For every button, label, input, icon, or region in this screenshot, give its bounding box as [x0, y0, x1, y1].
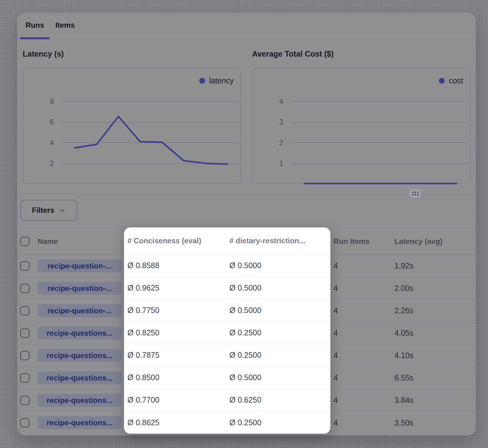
- spotlight-row: Ø 0.7700Ø 0.6250: [124, 389, 330, 411]
- spotlight-cell-conciseness: Ø 0.7750: [127, 299, 159, 321]
- cost-legend-label: cost: [449, 76, 463, 85]
- drag-handle[interactable]: [410, 189, 421, 198]
- spotlight-body: Ø 0.8588Ø 0.5000Ø 0.9625Ø 0.5000Ø 0.7750…: [124, 254, 330, 434]
- spotlight-cell-dietary: Ø 0.2500: [229, 411, 261, 434]
- tab-bar: Runs Items: [17, 13, 476, 40]
- svg-text:6: 6: [50, 118, 54, 126]
- row-checkbox-cell: [20, 322, 30, 344]
- tab-runs-label: Runs: [25, 21, 44, 30]
- spotlight-cell-dietary: Ø 0.5000: [229, 299, 261, 321]
- cell-run-items: 4: [334, 300, 338, 322]
- latency-legend-label: latency: [209, 76, 234, 85]
- row-checkbox[interactable]: [20, 373, 30, 383]
- run-name-pill[interactable]: recipe-questions...: [38, 416, 122, 429]
- run-name-pill[interactable]: recipe-questions...: [38, 371, 122, 385]
- select-all-checkbox[interactable]: [20, 237, 30, 246]
- latency-chart-svg: 2468: [23, 69, 241, 183]
- row-checkbox-cell: [20, 412, 30, 434]
- column-header-latency: Latency (avg): [394, 228, 443, 254]
- cell-run-items: 4: [334, 255, 338, 277]
- cell-latency: 2.00s: [394, 277, 413, 299]
- spotlight-row: Ø 0.8500Ø 0.5000: [124, 366, 330, 389]
- column-header-name: Name: [38, 228, 122, 254]
- spotlight-cell-conciseness: Ø 0.9625: [127, 277, 159, 299]
- spotlight-row: Ø 0.8625Ø 0.2500: [124, 411, 330, 434]
- run-name-pill[interactable]: recipe-question-...: [38, 259, 122, 273]
- run-name-pill[interactable]: recipe-questions...: [38, 394, 122, 407]
- cell-run-items: 4: [334, 277, 338, 299]
- cost-legend-dot-icon: [439, 78, 445, 84]
- spotlight-cell-dietary: Ø 0.5000: [229, 366, 261, 389]
- grip-dots-icon: [412, 191, 419, 196]
- cell-latency: 3.84s: [394, 389, 413, 411]
- spotlight-cell-dietary: Ø 0.6250: [229, 389, 261, 411]
- spotlight-row: Ø 0.7875Ø 0.2500: [124, 344, 330, 366]
- app-background: Runs Items Latency (s) Average Total Cos…: [0, 0, 488, 448]
- cost-chart-card: 1234 cost: [252, 68, 471, 184]
- row-checkbox-cell: [20, 389, 30, 411]
- cell-latency: 3.50s: [394, 412, 413, 434]
- row-checkbox[interactable]: [20, 284, 30, 293]
- tab-items-label: Items: [55, 21, 75, 30]
- run-name-cell: recipe-questions...: [38, 367, 122, 389]
- tab-runs[interactable]: Runs: [20, 13, 49, 39]
- cell-run-items: 4: [334, 412, 338, 434]
- cost-chart-legend: cost: [439, 76, 463, 85]
- svg-text:2: 2: [50, 159, 54, 167]
- spotlight-cell-conciseness: Ø 0.8250: [127, 322, 159, 344]
- spotlight-row: Ø 0.7750Ø 0.5000: [124, 299, 330, 322]
- spotlight-row: Ø 0.8250Ø 0.2500: [124, 322, 330, 344]
- chevron-down-icon: [58, 206, 66, 214]
- run-name-pill[interactable]: recipe-questions...: [38, 327, 122, 340]
- run-name-pill[interactable]: recipe-question-...: [38, 304, 122, 317]
- row-checkbox[interactable]: [20, 329, 30, 338]
- row-checkbox[interactable]: [20, 396, 30, 405]
- svg-text:2: 2: [279, 139, 283, 147]
- svg-text:4: 4: [50, 139, 54, 147]
- spotlight-row: Ø 0.9625Ø 0.5000: [124, 277, 330, 299]
- cell-latency: 6.55s: [394, 367, 413, 389]
- cell-latency: 1.92s: [394, 255, 413, 277]
- row-checkbox-cell: [20, 277, 30, 299]
- spotlight-panel: # Conciseness (eval) # dietary-restricti…: [124, 227, 330, 434]
- cell-latency: 2.26s: [394, 300, 413, 322]
- run-name-cell: recipe-questions...: [38, 322, 122, 344]
- run-name-cell: recipe-question-...: [38, 255, 122, 277]
- cost-chart-title: Average Total Cost ($): [252, 49, 334, 58]
- run-name-cell: recipe-questions...: [38, 344, 122, 366]
- spotlight-cell-conciseness: Ø 0.7875: [127, 344, 159, 366]
- charts-table-divider: [17, 194, 476, 194]
- cell-run-items: 4: [334, 389, 338, 411]
- latency-chart-card: 2468 latency: [23, 68, 241, 184]
- row-checkbox[interactable]: [20, 261, 30, 271]
- tab-items[interactable]: Items: [50, 13, 80, 39]
- spotlight-column-header-dietary: # dietary-restriction...: [229, 227, 305, 254]
- filters-label: Filters: [32, 206, 54, 215]
- run-name-pill[interactable]: recipe-question-...: [38, 282, 122, 295]
- cost-chart-svg: 1234: [253, 69, 470, 183]
- row-checkbox-cell: [20, 300, 30, 322]
- filters-button[interactable]: Filters: [21, 200, 77, 221]
- row-checkbox[interactable]: [20, 418, 30, 427]
- column-header-run-items: Run Items: [334, 228, 370, 254]
- run-name-cell: recipe-questions...: [38, 412, 122, 434]
- spotlight-cell-conciseness: Ø 0.7700: [127, 389, 159, 411]
- latency-chart-legend: latency: [199, 76, 234, 85]
- cell-latency: 4.05s: [394, 322, 413, 344]
- spotlight-cell-dietary: Ø 0.5000: [229, 277, 261, 299]
- row-checkbox[interactable]: [20, 306, 30, 315]
- run-name-pill[interactable]: recipe-questions...: [38, 349, 122, 362]
- svg-text:8: 8: [50, 97, 54, 105]
- row-checkbox-cell: [20, 344, 30, 366]
- row-checkbox[interactable]: [20, 351, 30, 360]
- svg-text:1: 1: [279, 159, 283, 167]
- svg-text:4: 4: [279, 97, 283, 105]
- cell-latency: 4.10s: [394, 344, 413, 366]
- row-checkbox-cell: [20, 367, 30, 389]
- run-name-cell: recipe-question-...: [38, 277, 122, 299]
- row-checkbox-cell: [20, 255, 30, 277]
- spotlight-cell-dietary: Ø 0.2500: [229, 344, 261, 366]
- spotlight-cell-dietary: Ø 0.2500: [229, 322, 261, 344]
- spotlight-cell-conciseness: Ø 0.8588: [127, 254, 159, 277]
- latency-chart-title: Latency (s): [23, 49, 64, 58]
